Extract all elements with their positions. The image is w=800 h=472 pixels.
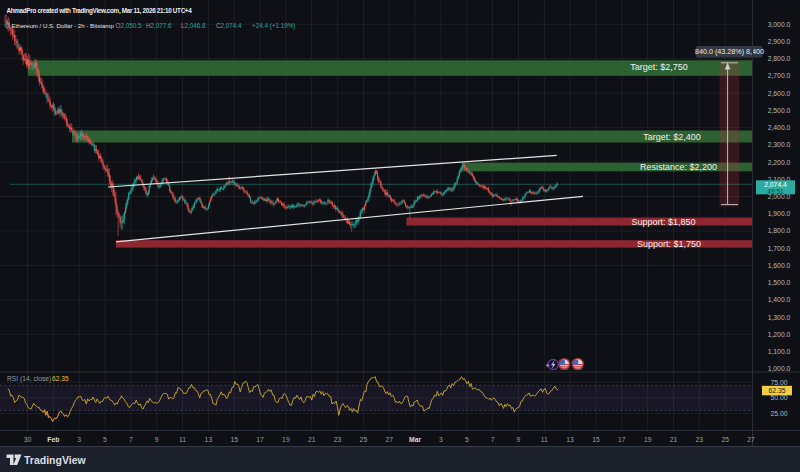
- svg-text:62.35: 62.35: [52, 375, 69, 382]
- svg-text:17: 17: [618, 436, 626, 443]
- svg-text:11: 11: [541, 436, 548, 443]
- svg-text:13: 13: [566, 436, 574, 443]
- svg-text:49:51: 49:51: [767, 188, 784, 195]
- svg-text:1,300.0: 1,300.0: [768, 314, 791, 321]
- svg-text:2,700.0: 2,700.0: [768, 72, 791, 79]
- svg-text:21: 21: [308, 436, 316, 443]
- svg-text:21: 21: [670, 436, 678, 443]
- svg-text:H2,077.6: H2,077.6: [146, 22, 172, 29]
- svg-text:TradingView: TradingView: [24, 454, 86, 466]
- svg-text:25: 25: [721, 436, 729, 443]
- svg-text:1,400.0: 1,400.0: [768, 296, 791, 303]
- svg-text:25.00: 25.00: [770, 410, 787, 417]
- svg-text:C2,074.4: C2,074.4: [216, 22, 242, 29]
- svg-text:3: 3: [77, 436, 81, 443]
- svg-text:9: 9: [155, 436, 159, 443]
- svg-text:Support: $1,850: Support: $1,850: [631, 217, 695, 227]
- svg-text:Target: $2,400: Target: $2,400: [643, 132, 701, 142]
- svg-text:RSI (14, close): RSI (14, close): [7, 375, 51, 383]
- svg-text:+24.4 (+1.19%): +24.4 (+1.19%): [252, 22, 295, 30]
- svg-text:3,000.0: 3,000.0: [768, 21, 791, 28]
- svg-text:1,200.0: 1,200.0: [768, 331, 791, 338]
- svg-text:O2,050.5: O2,050.5: [116, 22, 142, 29]
- svg-text:Mar: Mar: [409, 436, 421, 443]
- svg-text:1,900.0: 1,900.0: [768, 210, 791, 217]
- svg-text:62.35: 62.35: [768, 387, 785, 394]
- svg-text:5: 5: [103, 436, 107, 443]
- svg-text:23: 23: [334, 436, 342, 443]
- svg-text:9: 9: [517, 436, 521, 443]
- svg-text:7: 7: [491, 436, 495, 443]
- svg-text:11: 11: [179, 436, 186, 443]
- svg-text:27: 27: [386, 436, 394, 443]
- svg-text:7: 7: [129, 436, 133, 443]
- svg-text:1,000.0: 1,000.0: [768, 365, 791, 372]
- svg-text:840.0 (43.28%) 8,400: 840.0 (43.28%) 8,400: [695, 47, 764, 56]
- svg-text:17: 17: [256, 436, 264, 443]
- svg-text:1,100.0: 1,100.0: [768, 348, 791, 355]
- svg-text:2,800.0: 2,800.0: [768, 55, 791, 62]
- svg-text:L2,046.8: L2,046.8: [181, 22, 206, 29]
- svg-text:Feb: Feb: [47, 436, 59, 443]
- svg-text:15: 15: [592, 436, 600, 443]
- svg-text:15: 15: [230, 436, 238, 443]
- svg-text:23: 23: [696, 436, 704, 443]
- svg-text:13: 13: [205, 436, 213, 443]
- svg-text:3: 3: [439, 436, 443, 443]
- svg-text:1,700.0: 1,700.0: [768, 245, 791, 252]
- svg-text:2,400.0: 2,400.0: [768, 124, 791, 131]
- svg-text:5: 5: [465, 436, 469, 443]
- svg-text:1,600.0: 1,600.0: [768, 262, 791, 269]
- svg-text:Target: $2,750: Target: $2,750: [630, 62, 688, 72]
- svg-text:Ethereum / U.S. Dollar - 2h -: Ethereum / U.S. Dollar - 2h - Bitstamp: [12, 22, 115, 29]
- svg-text:30: 30: [24, 436, 32, 443]
- svg-text:1,800.0: 1,800.0: [768, 227, 791, 234]
- svg-text:19: 19: [282, 436, 290, 443]
- svg-text:1,500.0: 1,500.0: [768, 279, 791, 286]
- svg-text:75.00: 75.00: [770, 379, 787, 386]
- svg-text:2,900.0: 2,900.0: [768, 38, 791, 45]
- svg-text:2,600.0: 2,600.0: [768, 90, 791, 97]
- svg-text:25: 25: [360, 436, 368, 443]
- svg-text:AhmadPro created with TradingV: AhmadPro created with TradingView.com, M…: [7, 7, 193, 15]
- svg-text:19: 19: [644, 436, 652, 443]
- svg-text:Resistance: $2,200: Resistance: $2,200: [640, 162, 717, 172]
- svg-text:2,500.0: 2,500.0: [768, 107, 791, 114]
- svg-text:2,200.0: 2,200.0: [768, 159, 791, 166]
- svg-text:2,300.0: 2,300.0: [768, 141, 791, 148]
- svg-text:27: 27: [747, 436, 755, 443]
- svg-text:Support: $1,750: Support: $1,750: [637, 239, 701, 249]
